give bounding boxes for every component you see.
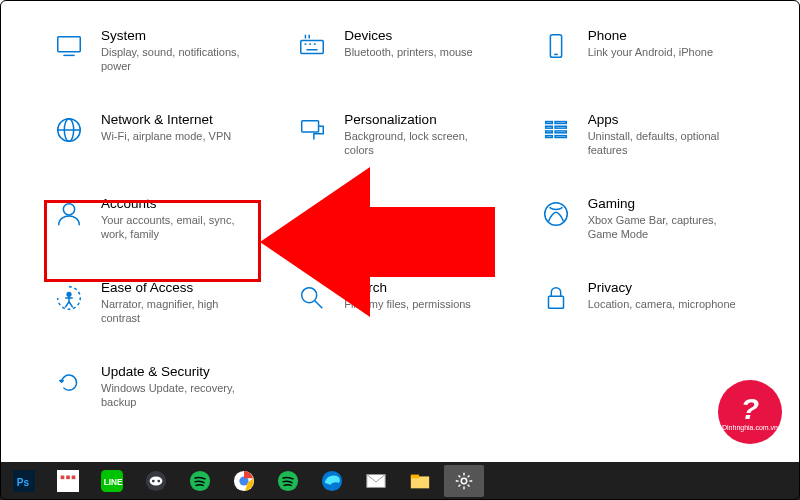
svg-point-25 bbox=[67, 292, 71, 296]
category-desc: Wi-Fi, airplane mode, VPN bbox=[101, 129, 231, 143]
svg-point-24 bbox=[544, 203, 567, 226]
category-apps[interactable]: AppsUninstall, defaults, optional featur… bbox=[532, 102, 755, 174]
svg-rect-17 bbox=[545, 131, 552, 133]
svg-point-41 bbox=[157, 480, 160, 483]
taskbar-app-spotify2[interactable] bbox=[268, 465, 308, 497]
taskbar-app-mail[interactable] bbox=[356, 465, 396, 497]
xbox-icon bbox=[538, 196, 574, 232]
category-network[interactable]: Network & InternetWi-Fi, airplane mode, … bbox=[45, 102, 268, 174]
category-system[interactable]: SystemDisplay, sound, notifications, pow… bbox=[45, 18, 268, 90]
svg-text:LINE: LINE bbox=[104, 478, 123, 487]
watermark-symbol: ? bbox=[741, 394, 759, 424]
category-personalization[interactable]: PersonalizationBackground, lock screen, … bbox=[288, 102, 511, 174]
apps-icon bbox=[538, 112, 574, 148]
search-icon bbox=[294, 280, 330, 316]
category-phone[interactable]: PhoneLink your Android, iPhone bbox=[532, 18, 755, 90]
taskbar: Ps LINE bbox=[0, 462, 800, 500]
taskbar-app-spotify[interactable] bbox=[180, 465, 220, 497]
svg-rect-19 bbox=[555, 122, 566, 124]
svg-text:Ps: Ps bbox=[17, 477, 30, 488]
svg-rect-49 bbox=[411, 475, 419, 479]
taskbar-app-explorer[interactable] bbox=[400, 465, 440, 497]
category-title: Ease of Access bbox=[101, 280, 251, 295]
svg-rect-2 bbox=[301, 40, 324, 53]
globe-icon bbox=[51, 112, 87, 148]
svg-point-40 bbox=[152, 480, 155, 483]
settings-grid: SystemDisplay, sound, notifications, pow… bbox=[45, 18, 755, 426]
svg-rect-20 bbox=[555, 126, 566, 128]
category-desc: Narrator, magnifier, high contrast bbox=[101, 297, 251, 326]
category-search[interactable]: SearchFind my files, permissions bbox=[288, 270, 511, 342]
category-ease-of-access[interactable]: Ease of AccessNarrator, magnifier, high … bbox=[45, 270, 268, 342]
category-desc: Windows Update, recovery, backup bbox=[101, 381, 251, 410]
category-title: Phone bbox=[588, 28, 713, 43]
category-desc: Background, lock screen, colors bbox=[344, 129, 494, 158]
taskbar-app-discord[interactable] bbox=[136, 465, 176, 497]
svg-rect-15 bbox=[545, 122, 552, 124]
category-accounts[interactable]: AccountsYour accounts, email, sync, work… bbox=[45, 186, 268, 258]
category-desc: Bluetooth, printers, mouse bbox=[344, 45, 472, 59]
category-title: Network & Internet bbox=[101, 112, 231, 127]
settings-panel: SystemDisplay, sound, notifications, pow… bbox=[0, 0, 800, 426]
category-desc: Uninstall, defaults, optional features bbox=[588, 129, 738, 158]
category-title: Search bbox=[344, 280, 471, 295]
paint-icon bbox=[294, 112, 330, 148]
category-privacy[interactable]: PrivacyLocation, camera, microphone bbox=[532, 270, 755, 342]
category-desc: Location, camera, microphone bbox=[588, 297, 736, 311]
category-title: Accounts bbox=[101, 196, 251, 211]
svg-rect-16 bbox=[545, 126, 552, 128]
category-title: Gaming bbox=[588, 196, 738, 211]
svg-point-26 bbox=[302, 288, 317, 303]
svg-rect-28 bbox=[548, 296, 563, 308]
category-title: Privacy bbox=[588, 280, 736, 295]
svg-line-27 bbox=[315, 301, 323, 309]
watermark-badge: ? Dinhnghia.com.vn bbox=[718, 380, 782, 444]
watermark-text: Dinhnghia.com.vn bbox=[722, 424, 778, 431]
category-title: Devices bbox=[344, 28, 472, 43]
lock-icon bbox=[538, 280, 574, 316]
svg-point-39 bbox=[150, 476, 163, 485]
category-desc: Display, sound, notifications, power bbox=[101, 45, 251, 74]
update-icon bbox=[51, 364, 87, 400]
category-desc: Find my files, permissions bbox=[344, 297, 471, 311]
svg-rect-33 bbox=[61, 476, 65, 480]
category-title: System bbox=[101, 28, 251, 43]
category-title: Apps bbox=[588, 112, 738, 127]
svg-rect-32 bbox=[57, 470, 79, 492]
phone-icon bbox=[538, 28, 574, 64]
taskbar-app-settings[interactable] bbox=[444, 465, 484, 497]
taskbar-app-text[interactable] bbox=[48, 465, 88, 497]
category-title: Update & Security bbox=[101, 364, 251, 379]
taskbar-app-line[interactable]: LINE bbox=[92, 465, 132, 497]
svg-point-50 bbox=[461, 478, 467, 484]
taskbar-app-photoshop[interactable]: Ps bbox=[4, 465, 44, 497]
display-icon bbox=[51, 28, 87, 64]
person-icon bbox=[51, 196, 87, 232]
svg-point-23 bbox=[63, 204, 74, 215]
category-desc: Your accounts, email, sync, work, family bbox=[101, 213, 251, 242]
svg-rect-22 bbox=[555, 136, 566, 138]
keyboard-icon bbox=[294, 28, 330, 64]
taskbar-app-edge[interactable] bbox=[312, 465, 352, 497]
category-desc: Xbox Game Bar, captures, Game Mode bbox=[588, 213, 738, 242]
svg-rect-35 bbox=[72, 476, 76, 480]
category-gaming[interactable]: GamingXbox Game Bar, captures, Game Mode bbox=[532, 186, 755, 258]
taskbar-app-chrome[interactable] bbox=[224, 465, 264, 497]
category-devices[interactable]: DevicesBluetooth, printers, mouse bbox=[288, 18, 511, 90]
category-desc: Link your Android, iPhone bbox=[588, 45, 713, 59]
accessibility-icon bbox=[51, 280, 87, 316]
svg-rect-0 bbox=[58, 37, 81, 52]
svg-rect-21 bbox=[555, 131, 566, 133]
category-title: Personalization bbox=[344, 112, 494, 127]
svg-rect-18 bbox=[545, 136, 552, 138]
category-update[interactable]: Update & SecurityWindows Update, recover… bbox=[45, 354, 268, 426]
svg-rect-14 bbox=[302, 121, 319, 132]
svg-rect-34 bbox=[66, 476, 70, 480]
